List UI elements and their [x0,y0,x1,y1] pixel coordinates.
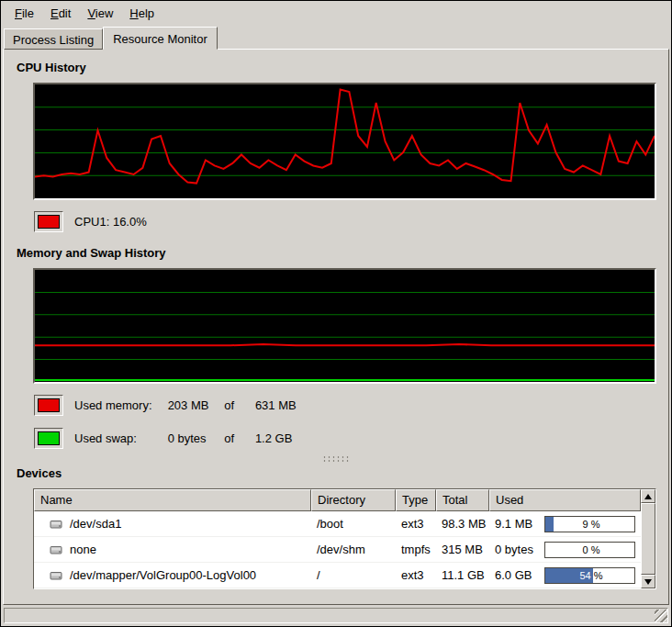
resize-grip[interactable] [655,610,667,622]
usage-progressbar: 54 % 54 % [544,567,635,584]
scrollbar-thumb[interactable] [641,503,655,575]
column-header-type[interactable]: Type [396,489,436,511]
resource-monitor-page: CPU History CPU1: 16.0% Memory and Swap … [3,49,669,605]
memory-used-value: 203 MB [168,398,221,412]
device-total: 315 MB [436,543,489,556]
column-header-name[interactable]: Name [34,489,311,511]
usage-progressbar: 0 % 0 % [544,542,635,558]
swap-used-value: 0 bytes [168,431,221,445]
device-total: 98.3 MB [436,517,489,531]
pane-splitter[interactable] [322,455,350,463]
devices-table-header: Name Directory Type Total Used [34,489,641,511]
tab-resource-monitor[interactable]: Resource Monitor [103,27,218,50]
device-directory: /dev/shm [311,543,396,556]
column-header-used[interactable]: Used [489,489,641,511]
menu-file[interactable]: File [6,4,42,23]
memory-history-title: Memory and Swap History [17,246,656,260]
memory-history-graph [33,268,656,384]
device-used: 0 bytes [489,543,539,556]
device-type: tmpfs [396,543,436,556]
tab-label: Resource Monitor [113,32,207,46]
devices-table: Name Directory Type Total Used /dev/sda1… [34,489,641,588]
tab-process-listing[interactable]: Process Listing [4,28,103,50]
device-directory: /boot [311,517,396,531]
device-used: 9.1 MB [489,517,539,531]
system-monitor-window: File Edit View Help Process Listing Reso… [0,0,672,627]
swap-label: Used swap: [74,431,164,445]
memory-color [38,398,60,412]
memory-color-swatch [34,395,63,416]
column-header-total[interactable]: Total [436,489,489,511]
cpu-history-chart [35,84,655,198]
devices-scrollbar [641,489,655,588]
device-type: ext3 [396,568,436,582]
menu-help[interactable]: Help [121,4,162,23]
usage-percent-label: 9 % [545,517,554,532]
usage-percent-label: 0 % [545,543,635,557]
cpu-color-swatch [34,211,63,232]
swap-total-value: 1.2 GB [255,431,292,445]
drive-icon [49,568,63,583]
menubar: File Edit View Help [1,1,671,26]
arrow-down-icon [644,579,652,585]
cpu-color [38,215,60,229]
device-directory: / [311,568,396,582]
device-name: /dev/mapper/VolGroup00-LogVol00 [70,568,256,582]
scroll-down-button[interactable] [641,575,655,588]
devices-table-frame: Name Directory Type Total Used /dev/sda1… [33,488,656,589]
device-total: 11.1 GB [436,568,489,582]
swap-of-label: of [224,431,252,445]
cpu-legend-label: CPU1: 16.0% [74,215,147,229]
usage-percent-label: 54 % [545,568,593,583]
memory-of-label: of [224,398,252,412]
devices-title: Devices [17,466,656,480]
device-name: /dev/sda1 [70,517,121,531]
drive-icon [49,543,63,557]
scrollbar-track[interactable] [641,503,655,575]
cpu-legend: CPU1: 16.0% [34,209,656,233]
menu-view[interactable]: View [79,4,121,23]
cpu-history-title: CPU History [17,61,656,74]
memory-total-value: 631 MB [255,398,297,412]
swap-legend-label: Used swap: 0 bytes of 1.2 GB [74,431,292,445]
scroll-up-button[interactable] [641,489,655,503]
device-used: 6.0 GB [489,568,539,582]
statusbar [4,608,668,623]
device-type: ext3 [396,517,436,531]
arrow-up-icon [644,494,652,499]
drive-icon [49,517,63,532]
table-row[interactable]: /dev/sda1 /boot ext3 98.3 MB 9.1 MB 9 % … [34,511,641,537]
swap-color-swatch [34,428,63,449]
memory-legend-label: Used memory: 203 MB of 631 MB [74,398,297,412]
tab-label: Process Listing [13,33,94,47]
device-name: none [70,543,96,556]
menu-edit[interactable]: Edit [42,4,79,23]
swap-color [38,431,60,445]
memory-history-chart [35,270,655,382]
usage-progressbar: 9 % 9 % [544,516,635,532]
usage-percent-label: 9 % [545,517,635,532]
column-header-directory[interactable]: Directory [311,489,396,511]
table-row[interactable]: /dev/mapper/VolGroup00-LogVol00 / ext3 1… [34,563,641,588]
memory-legend: Used memory: 203 MB of 631 MB [34,393,656,417]
tab-bar: Process Listing Resource Monitor [1,26,671,49]
table-row[interactable]: none /dev/shm tmpfs 315 MB 0 bytes 0 % 0… [34,537,641,563]
swap-legend: Used swap: 0 bytes of 1.2 GB [34,426,656,450]
cpu-history-graph [33,83,656,200]
memory-label: Used memory: [74,398,164,412]
